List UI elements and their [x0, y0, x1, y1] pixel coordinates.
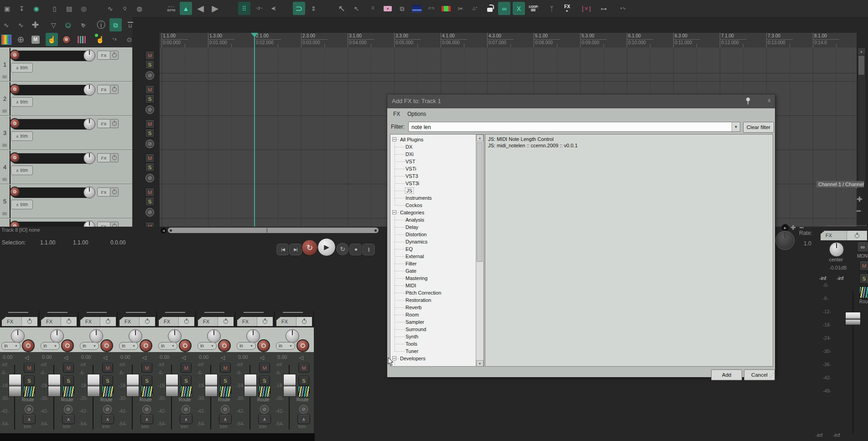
drum-machine-icon[interactable]: ◍ [133, 2, 146, 15]
tree-scroll-up-icon[interactable]: ▲ [476, 135, 483, 141]
ruler-mark[interactable]: 7.3.000:13.000 [766, 33, 813, 47]
zoom-out-button[interactable]: ━ [857, 207, 861, 215]
speaker-icon[interactable]: ◁ [182, 354, 186, 361]
tree-item[interactable]: VST [390, 158, 475, 166]
media-drive-icon[interactable]: ◉ [30, 2, 42, 15]
audio-analysis-icon[interactable]: ∿ [104, 2, 116, 15]
mixer-trim-button[interactable]: ∧ [140, 414, 153, 424]
track-name-field[interactable] [11, 85, 93, 95]
tree-item[interactable]: Cockos [390, 202, 475, 209]
ruler-mark[interactable]: 4.3.000:07.000 [487, 33, 534, 47]
speaker-icon[interactable]: ◁ [260, 354, 264, 361]
track-panel[interactable]: 3FX∧trim [0, 116, 132, 150]
mixer-volume-readout[interactable]: 0.00 [199, 354, 208, 360]
mixer-solo-button[interactable]: S [24, 376, 35, 385]
record-arm-button[interactable] [10, 118, 20, 129]
dialog-title-bar[interactable]: Add FX to: Track 1 x [387, 94, 775, 108]
tree-item[interactable]: Delay [390, 224, 475, 231]
mixer-phase-button[interactable]: ⊘ [142, 405, 151, 414]
mixer-pan-knob[interactable] [246, 329, 260, 343]
mixer-trim-button[interactable]: ∧ [297, 414, 310, 424]
routing-matrix-icon[interactable]: ⧉ [396, 2, 408, 15]
track-phase-button[interactable]: ⊘ [146, 174, 154, 182]
piano-colored-icon[interactable] [75, 33, 87, 46]
ruler-mark[interactable]: 1.1.000:00.000 [161, 33, 208, 47]
track-fx-bypass-button[interactable] [110, 222, 119, 227]
mixer-trim-button[interactable]: ∧ [219, 414, 232, 424]
tree-scroll-thumb[interactable] [477, 142, 483, 262]
track-fx-button[interactable]: FX [97, 187, 110, 197]
track-name-field[interactable] [11, 222, 93, 227]
mixer-record-arm-button[interactable] [140, 339, 152, 352]
track-name-field[interactable] [11, 153, 93, 164]
mixer-trim-button[interactable]: ∧ [180, 414, 192, 424]
mixer-mute-button[interactable]: M [181, 363, 192, 373]
master-pan-knob[interactable] [829, 242, 844, 257]
walk-mode-icon[interactable]: ᛉ [546, 2, 558, 15]
plugin-pin-icon[interactable]: ⊶ [598, 2, 610, 15]
mixer-phase-button[interactable]: ⊘ [260, 405, 269, 414]
tree-expand-box[interactable] [392, 210, 396, 214]
vscroll-thumb[interactable] [858, 56, 864, 75]
zoom-in-button[interactable]: ✚ [857, 195, 863, 203]
mixer-trim-button[interactable]: ∧ [62, 414, 75, 424]
crossfade-icon[interactable]: X [513, 2, 525, 15]
mixer-solo-button[interactable]: S [220, 376, 231, 385]
mixer-mute-button[interactable]: M [102, 363, 113, 373]
repeat-button[interactable]: ↻ [336, 243, 349, 255]
mixer-pan-knob[interactable] [286, 329, 299, 343]
mixer-input-selector[interactable]: in▼ [276, 342, 295, 350]
track-fx-bypass-button[interactable] [110, 187, 119, 197]
mixer-record-arm-button[interactable] [100, 339, 113, 352]
ruler-mark[interactable]: 2.1.000:02.000 [255, 33, 301, 47]
mixer-mute-button[interactable]: M [298, 363, 309, 373]
mixer-fx-button[interactable]: FX [158, 316, 195, 327]
mixer-record-arm-button[interactable] [179, 339, 192, 352]
mixer-record-arm-button[interactable] [257, 339, 270, 352]
ruler-mark[interactable]: 1.3.000:01.000 [208, 33, 255, 47]
track-phase-button[interactable]: ⊘ [146, 208, 154, 217]
track-name-field[interactable] [11, 119, 93, 130]
master-fader[interactable] [845, 312, 861, 325]
tree-item[interactable]: Synth [390, 333, 475, 341]
mixer-input-selector[interactable]: in▼ [237, 342, 256, 350]
tree-root-item[interactable]: Categories [390, 209, 475, 217]
find-file-icon[interactable]: ◎ [78, 2, 90, 15]
spectral-peaks-icon[interactable] [411, 2, 423, 15]
hscroll-thumb[interactable] [168, 228, 379, 233]
info-icon[interactable]: ⓘ [95, 18, 107, 31]
mixer-input-selector[interactable]: in▼ [198, 342, 217, 350]
plugin-tree[interactable]: ▲ ▼ All PluginsDXDXiVSTVSTiVST3VST3iJSIn… [390, 134, 484, 367]
master-stereo-button[interactable]: ∞ [857, 242, 868, 252]
metronome-icon[interactable]: ▲ [180, 2, 192, 15]
grid-toggle-icon[interactable]: ⠿ [238, 2, 250, 15]
mixer-fader[interactable] [9, 374, 21, 397]
mixer-pan-knob[interactable] [50, 329, 64, 343]
speaker-icon[interactable]: ◁ [25, 354, 29, 361]
ruler-mark[interactable]: 6.3.000:11.000 [673, 33, 720, 47]
track-mute-button[interactable]: M [145, 188, 155, 197]
go-to-end-button[interactable]: ▶| [289, 244, 302, 255]
track-mute-button[interactable]: M [145, 222, 155, 227]
mixer-phase-button[interactable]: ⊘ [182, 405, 190, 414]
tree-item[interactable]: VST3i [390, 180, 475, 187]
tree-item[interactable]: Tools [390, 341, 475, 348]
mixer-mute-button[interactable]: M [220, 363, 231, 373]
speaker-icon[interactable]: ◁ [103, 354, 107, 361]
mixer-fx-button[interactable]: FX [1, 316, 38, 327]
edit-cursor-handle[interactable] [251, 33, 258, 37]
mixer-pan-knob[interactable] [168, 329, 182, 343]
selection-end[interactable]: 1.1.00 [73, 239, 88, 246]
resize-grip[interactable]: ⋰ [769, 372, 774, 378]
tree-item[interactable]: EQ [390, 246, 475, 253]
touch-input-icon[interactable]: ☝ [46, 33, 58, 46]
tree-item[interactable]: DX [390, 144, 475, 151]
mixer-fx-power-segment[interactable] [139, 317, 155, 326]
vertical-zoom-icon[interactable]: ⇕ [307, 2, 320, 15]
lock-open-icon[interactable] [483, 2, 496, 15]
tree-item[interactable]: Distortion [390, 231, 475, 239]
mixer-solo-button[interactable]: S [102, 376, 113, 385]
track-panel[interactable]: 4FX∧trim [0, 150, 132, 184]
link-items-icon[interactable]: ∞ [498, 2, 510, 15]
filter-input[interactable]: note len ▼ [408, 122, 740, 132]
